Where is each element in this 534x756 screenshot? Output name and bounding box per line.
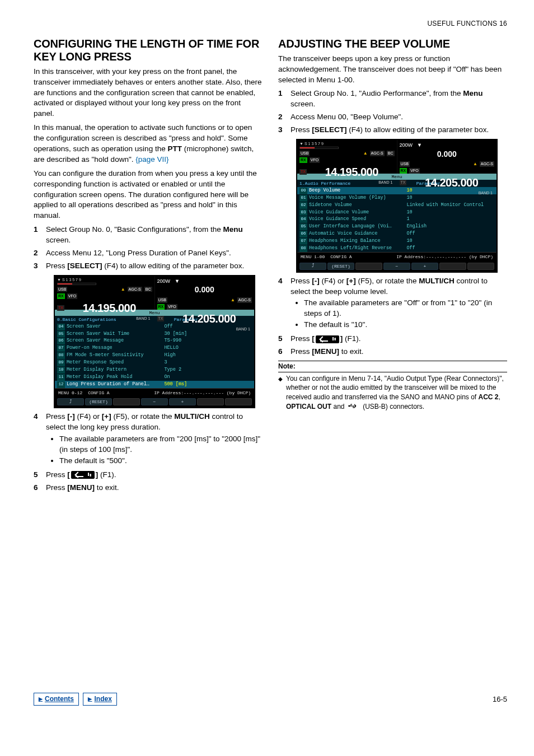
optical-out: OPTICAL OUT: [286, 403, 331, 410]
menu-row: 06Screen Saver MessageTS-990: [55, 338, 254, 345]
text: Press: [46, 470, 67, 479]
usb-connector-icon: [348, 402, 360, 412]
power: 200W: [400, 142, 413, 149]
bot-ip: IP Address:---.---.---.--- (by DHCP): [396, 254, 493, 260]
tx-tag-r: TX: [157, 316, 165, 321]
text: to exit.: [95, 483, 119, 492]
text: and: [331, 403, 346, 410]
chapter-header: USEFUL FUNCTIONS 16: [34, 19, 507, 29]
step-num: 4: [278, 276, 291, 332]
multich: MULTI/CH: [174, 412, 210, 421]
step-num: 6: [34, 483, 46, 493]
band: BAND 1: [57, 316, 152, 321]
step-num: 1: [34, 225, 46, 246]
usb-tag: USB: [57, 287, 67, 292]
fn-blank: [355, 263, 382, 270]
minus-key: [-]: [312, 277, 320, 285]
text: (F5), or rotate the: [111, 412, 175, 421]
index-button[interactable]: Index: [83, 693, 116, 706]
menu-row: 03Voice Guidance Volume10: [297, 209, 496, 216]
page-vii-link[interactable]: {page VII}: [135, 155, 168, 164]
bot-config: CONFIG A: [88, 390, 109, 396]
menu-row: 05User Interface Language (Voi…English: [297, 223, 496, 231]
tx-tag-r: TX: [400, 180, 407, 185]
note-box: Note: You can configure in Menu 7-14, "A…: [278, 361, 507, 412]
step-5-left: Press [▮] (F1).: [46, 470, 263, 480]
rx-tag: RX: [57, 293, 65, 299]
select-key: [SELECT]: [67, 262, 102, 270]
rx-tag: RX: [299, 157, 307, 163]
section-title-right: ADJUSTING THE BEEP VOLUME: [278, 38, 507, 50]
step-3-right: Press [SELECT] (F4) to allow editing of …: [291, 125, 507, 136]
step-1-right: Select Group No. 1, "Audio Performance",…: [291, 88, 507, 110]
fn-reset: (RESET): [85, 398, 112, 405]
left-column: CONFIGURING THE LENGTH OF TIME FOR KEY L…: [34, 38, 263, 497]
menu-row: 12Long Press Duration of Panel…500 [ms]: [55, 381, 254, 388]
text: Press: [291, 347, 312, 356]
step-2-left: Access Menu 12, "Long Press Duration of …: [46, 248, 263, 259]
fn-blank: [467, 263, 494, 270]
menu-row: 09Meter Response Speed3: [55, 360, 254, 367]
freq-right: 14.205.000: [166, 311, 252, 326]
text: to exit.: [339, 347, 364, 356]
minus-key: [-]: [67, 412, 75, 421]
subfreq: 0.000: [157, 284, 252, 296]
text: (F4) or: [320, 277, 346, 285]
diamond-icon: [278, 374, 283, 412]
vfo-tag: VFO: [310, 157, 320, 163]
menu-row: 11Meter Display Peak HoldOn: [55, 374, 254, 381]
step-num: 1: [278, 88, 291, 110]
step-6-right: Press [MENU] to exit.: [291, 347, 507, 357]
text: You can configure in Menu 7-14, "Audio O…: [286, 375, 504, 402]
plus-key: [+]: [102, 412, 111, 421]
text: Press: [46, 412, 67, 421]
subfreq: 0.000: [400, 149, 495, 160]
agc-tag-r: AGC-S: [237, 297, 252, 303]
bullet: The available parameters are "Off" or fr…: [304, 298, 507, 319]
menu-key: [MENU]: [312, 347, 339, 356]
text: Press: [291, 125, 312, 134]
step-5-right: Press [▮] (F1).: [291, 334, 507, 344]
menu-row: 08FM Mode S-meter SensitivityHigh: [55, 352, 254, 360]
tx-tag: TX: [57, 305, 64, 311]
fn-plus: +: [411, 263, 438, 270]
bc-tag: BC: [144, 287, 152, 292]
menu-row: 10Meter Display PatternType 2: [55, 367, 254, 374]
svg-point-0: [348, 405, 350, 407]
ptt-label: PTT: [167, 144, 182, 153]
fn-return: [57, 398, 84, 405]
freq-left: 14.195.000: [309, 164, 395, 180]
text: Press: [291, 334, 312, 343]
contents-button[interactable]: Contents: [34, 693, 79, 706]
usb-tag: USB: [299, 151, 310, 156]
menu-row: 07Power-on MessageHELLO: [55, 345, 254, 352]
bot-menu: MENU 1-00: [301, 254, 325, 260]
text: Press: [46, 483, 67, 492]
section-title-left: CONFIGURING THE LENGTH OF TIME FOR KEY L…: [34, 38, 263, 63]
agc-tag-r: AGC-S: [480, 161, 494, 167]
plus-key: [+]: [346, 277, 356, 285]
band-r: BAND 1: [400, 190, 495, 196]
text: screen.: [291, 100, 315, 108]
text: ,: [499, 393, 500, 401]
left-para-2: In this manual, the operation to activat…: [34, 123, 263, 165]
freq-left: 14.195.000: [67, 300, 152, 316]
bullet: The default is "500".: [59, 456, 263, 466]
fn-minus: −: [141, 398, 168, 405]
step-num: 5: [34, 470, 46, 480]
menu-row: 08Headphones Left/Right ReverseOff: [297, 245, 496, 253]
text: (F5), or rotate the: [356, 277, 419, 285]
freq-right: 14.205.000: [409, 175, 494, 190]
rx-tag-r: RX: [157, 304, 165, 310]
text: (USB-B) connectors.: [361, 403, 424, 410]
fn-minus: −: [383, 263, 410, 270]
band-r: BAND 1: [157, 326, 252, 332]
step-1-left: Select Group No. 0, "Basic Configuration…: [46, 225, 263, 246]
step-3-left: Press [SELECT] (F4) to allow editing of …: [46, 261, 263, 272]
acc2: ACC 2: [479, 393, 499, 401]
step-4-right: Press [-] (F4) or [+] (F5), or rotate th…: [291, 276, 507, 332]
band: BAND 1: [299, 180, 395, 185]
step-num: 5: [278, 334, 291, 344]
vfo-tag-r: VFO: [409, 168, 419, 174]
menu-row: 04Voice Guidance Speed1: [297, 216, 496, 223]
